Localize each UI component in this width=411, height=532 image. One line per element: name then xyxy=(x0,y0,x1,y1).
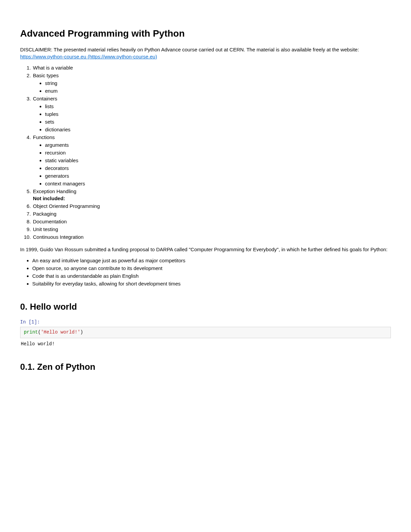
toc-sublist: arguments recursion static variables dec… xyxy=(33,141,391,187)
toc-label: Documentation xyxy=(33,219,67,224)
goals-list: An easy and intuitive language just as p… xyxy=(20,257,391,287)
goal-item: Open source, so anyone can contribute to… xyxy=(32,265,391,272)
code-token-paren: ) xyxy=(80,329,83,335)
toc-item: Object Oriented Programming xyxy=(32,203,391,210)
input-prompt: In [1]: xyxy=(20,319,391,326)
code-token-function: print xyxy=(24,329,38,335)
toc-subitem: string xyxy=(45,80,391,87)
toc-subitem: generators xyxy=(45,172,391,179)
goal-item: Suitability for everyday tasks, allowing… xyxy=(32,280,391,287)
toc-subitem: enum xyxy=(45,87,391,94)
toc-label: Containers xyxy=(33,96,57,101)
toc-label: Object Oriented Programming xyxy=(33,203,100,209)
code-input-area[interactable]: print('Hello world!') xyxy=(20,327,391,338)
goal-item: Code that is as understandable as plain … xyxy=(32,272,391,279)
toc-item: Containers lists tuples sets dictionarie… xyxy=(32,95,391,133)
toc-subitem: arguments xyxy=(45,141,391,148)
toc-label: Packaging xyxy=(33,211,56,217)
disclaimer-paragraph: DISCLAIMER: The presented material relie… xyxy=(20,46,391,60)
toc-sublist: string enum xyxy=(33,80,391,94)
toc-subitem: recursion xyxy=(45,149,391,156)
toc-item: Packaging xyxy=(32,210,391,217)
toc-item: Basic types string enum xyxy=(32,72,391,94)
toc-subitem: lists xyxy=(45,103,391,110)
toc-item: Unit testing xyxy=(32,226,391,233)
toc-item: What is a variable xyxy=(32,64,391,71)
toc-subitem: tuples xyxy=(45,110,391,118)
history-paragraph: In 1999, Guido Van Rossum submitted a fu… xyxy=(20,246,391,253)
code-cell: In [1]: print('Hello world!') Hello worl… xyxy=(20,319,391,348)
toc-list: What is a variable Basic types string en… xyxy=(20,64,391,240)
code-token-string: 'Hello world!' xyxy=(41,329,80,335)
not-included-note: Not included: xyxy=(33,195,391,202)
toc-subitem: sets xyxy=(45,118,391,125)
section-hello-world-title: 0. Hello world xyxy=(20,301,391,313)
toc-subitem: static variables xyxy=(45,157,391,164)
toc-label: What is a variable xyxy=(33,65,73,71)
code-output: Hello world! xyxy=(20,338,391,348)
goal-item: An easy and intuitive language just as p… xyxy=(32,257,391,264)
toc-subitem: context managers xyxy=(45,180,391,187)
disclaimer-link[interactable]: https://www.python-course.eu (https://ww… xyxy=(20,54,157,59)
toc-subitem: decorators xyxy=(45,165,391,172)
toc-label: Functions xyxy=(33,134,55,140)
toc-item: Functions arguments recursion static var… xyxy=(32,134,391,187)
toc-item: Exception Handling Not included: xyxy=(32,188,391,202)
toc-label: Continuous Integration xyxy=(33,234,84,240)
toc-item: Continuous Integration xyxy=(32,233,391,240)
section-zen-title: 0.1. Zen of Python xyxy=(20,361,391,373)
toc-subitem: dictionaries xyxy=(45,126,391,133)
toc-label: Unit testing xyxy=(33,226,58,232)
toc-label: Basic types xyxy=(33,73,59,78)
toc-label: Exception Handling xyxy=(33,188,76,194)
page-title: Advanced Programming with Python xyxy=(20,27,391,40)
toc-item: Documentation xyxy=(32,218,391,225)
toc-sublist: lists tuples sets dictionaries xyxy=(33,103,391,133)
disclaimer-text: DISCLAIMER: The presented material relie… xyxy=(20,47,359,52)
